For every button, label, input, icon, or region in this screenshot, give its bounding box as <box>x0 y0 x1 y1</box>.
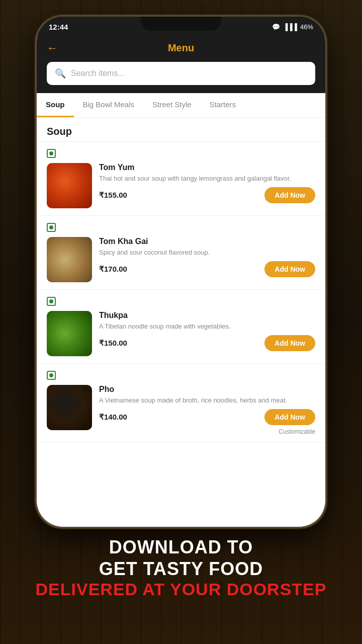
category-tabs: Soup Big Bowl Meals Street Style Starter… <box>37 93 325 118</box>
veg-indicator <box>47 297 56 306</box>
bottom-cta-line2: DELIVERED AT YOUR DOORSTEP <box>36 580 327 599</box>
item-bottom-pho: ₹140.00 Add Now <box>99 409 315 425</box>
tab-starters[interactable]: Starters <box>201 93 245 117</box>
menu-item-pho: Pho A Vietnamese soup made of broth, ric… <box>37 364 325 443</box>
item-row: Thukpa A Tibetan noodle soup made with v… <box>47 311 315 356</box>
menu-item-thukpa: Thukpa A Tibetan noodle soup made with v… <box>37 290 325 364</box>
header-title: Menu <box>168 42 194 54</box>
item-info-tom-kha-gai: Tom Kha Gai Spicy and sour coconut flavo… <box>99 237 315 277</box>
item-row: Tom Yum Thai hot and sour soup with tang… <box>47 163 315 208</box>
phone-frame: 12:44 💬 ▐▐▐ 46% ← Menu 🔍 Search items...… <box>35 15 327 528</box>
add-button-tom-kha-gai[interactable]: Add Now <box>264 261 315 277</box>
item-info-pho: Pho A Vietnamese soup made of broth, ric… <box>99 385 315 435</box>
phone-notch <box>141 17 221 31</box>
item-info-thukpa: Thukpa A Tibetan noodle soup made with v… <box>99 311 315 351</box>
tab-soup[interactable]: Soup <box>37 93 74 117</box>
item-desc-tom-kha-gai: Spicy and sour coconut flavored soup. <box>99 248 315 257</box>
item-bottom-tom-kha-gai: ₹170.00 Add Now <box>99 261 315 277</box>
item-price-pho: ₹140.00 <box>99 413 127 422</box>
menu-item-tom-yum: Tom Yum Thai hot and sour soup with tang… <box>37 142 325 216</box>
menu-content[interactable]: Soup Tom Yum Thai hot and sour soup with… <box>37 118 325 527</box>
app-content: ← Menu 🔍 Search items... Soup Big Bowl M… <box>37 35 325 527</box>
item-name-pho: Pho <box>99 385 315 394</box>
veg-dot <box>49 151 53 155</box>
whatsapp-icon: 💬 <box>272 23 280 31</box>
search-box[interactable]: 🔍 Search items... <box>47 62 315 85</box>
item-name-tom-kha-gai: Tom Kha Gai <box>99 237 315 246</box>
battery-level: 46% <box>300 23 313 31</box>
search-icon: 🔍 <box>55 68 66 79</box>
item-desc-tom-yum: Thai hot and sour soup with tangy lemong… <box>99 174 315 183</box>
bottom-cta-line1: DOWNLOAD TOGET TASTY FOOD <box>36 536 327 580</box>
item-bottom-thukpa: ₹150.00 Add Now <box>99 335 315 351</box>
app-header: ← Menu <box>37 35 325 62</box>
bottom-cta: DOWNLOAD TOGET TASTY FOOD DELIVERED AT Y… <box>16 536 347 599</box>
add-button-thukpa[interactable]: Add Now <box>264 335 315 351</box>
item-name-thukpa: Thukpa <box>99 311 315 320</box>
section-title-soup: Soup <box>37 118 325 142</box>
back-button[interactable]: ← <box>47 42 58 55</box>
item-info-tom-yum: Tom Yum Thai hot and sour soup with tang… <box>99 163 315 203</box>
veg-indicator <box>47 371 56 380</box>
add-button-pho[interactable]: Add Now <box>264 409 315 425</box>
search-container: 🔍 Search items... <box>37 62 325 93</box>
veg-dot <box>49 373 53 377</box>
item-name-tom-yum: Tom Yum <box>99 163 315 172</box>
item-image-pho <box>47 385 92 430</box>
item-desc-pho: A Vietnamese soup made of broth, rice no… <box>99 396 315 405</box>
item-row: Pho A Vietnamese soup made of broth, ric… <box>47 385 315 435</box>
search-input[interactable]: Search items... <box>71 69 125 78</box>
veg-dot <box>49 225 53 229</box>
item-image-thukpa <box>47 311 92 356</box>
add-button-tom-yum[interactable]: Add Now <box>264 187 315 203</box>
item-desc-thukpa: A Tibetan noodle soup made with vegetabl… <box>99 322 315 331</box>
veg-dot <box>49 299 53 303</box>
item-image-tom-kha-gai <box>47 237 92 282</box>
status-time: 12:44 <box>49 23 68 31</box>
tab-street-style[interactable]: Street Style <box>143 93 201 117</box>
item-row: Tom Kha Gai Spicy and sour coconut flavo… <box>47 237 315 282</box>
item-price-tom-yum: ₹155.00 <box>99 191 127 200</box>
item-bottom-tom-yum: ₹155.00 Add Now <box>99 187 315 203</box>
veg-indicator <box>47 223 56 232</box>
customizable-label-pho: Customizable <box>99 428 315 435</box>
item-price-thukpa: ₹150.00 <box>99 339 127 348</box>
veg-indicator <box>47 149 56 158</box>
status-icons: 💬 ▐▐▐ 46% <box>272 23 313 31</box>
item-image-tom-yum <box>47 163 92 208</box>
item-price-tom-kha-gai: ₹170.00 <box>99 265 127 274</box>
tab-big-bowl-meals[interactable]: Big Bowl Meals <box>74 93 144 117</box>
signal-bars-icon: ▐▐▐ <box>283 23 297 31</box>
menu-item-tom-kha-gai: Tom Kha Gai Spicy and sour coconut flavo… <box>37 216 325 290</box>
